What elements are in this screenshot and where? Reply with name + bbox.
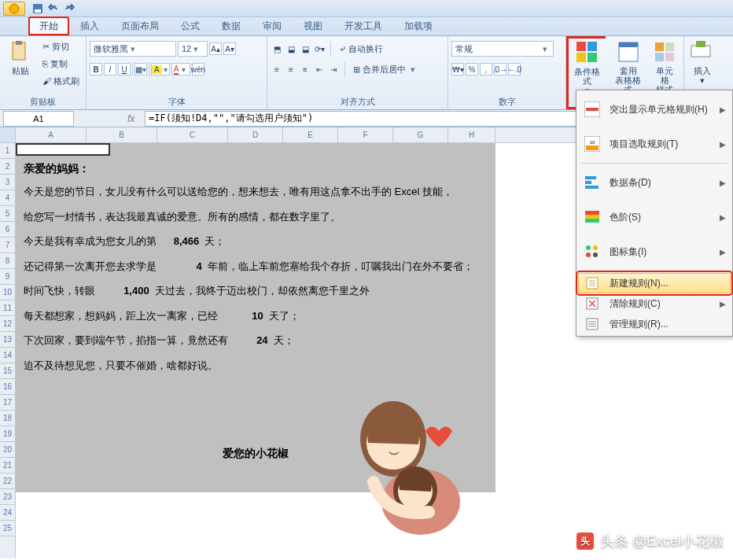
row-header[interactable]: 18 xyxy=(0,411,15,426)
group-title-clipboard: 剪贴板 xyxy=(3,94,83,109)
col-header[interactable]: E xyxy=(283,127,338,142)
align-middle-icon[interactable]: ⬓ xyxy=(285,42,297,55)
menu-manage-rules[interactable]: 管理规则(R)... xyxy=(578,314,731,334)
menu-icon-sets[interactable]: 图标集(I)▶ xyxy=(578,234,731,269)
font-family-select[interactable]: 微软雅黑▾ xyxy=(90,41,176,57)
save-icon[interactable] xyxy=(31,2,44,15)
clear-rules-icon xyxy=(583,297,602,310)
menu-new-rule[interactable]: 新建规则(N)... xyxy=(578,273,731,293)
inc-decimal-icon[interactable]: .0→ xyxy=(494,63,506,76)
menu-top-rules[interactable]: 10项目选取规则(T)▶ xyxy=(578,127,731,161)
tab-view[interactable]: 视图 xyxy=(293,17,333,35)
align-bottom-icon[interactable]: ⬓ xyxy=(299,42,311,55)
redo-icon[interactable] xyxy=(63,2,76,15)
row-header[interactable]: 6 xyxy=(0,222,15,238)
percent-icon[interactable]: % xyxy=(466,63,478,76)
name-box[interactable]: A1 xyxy=(3,111,74,127)
tab-review[interactable]: 审阅 xyxy=(252,17,293,35)
menu-color-scales[interactable]: 色阶(S)▶ xyxy=(578,200,731,234)
row-header[interactable]: 23 xyxy=(0,489,15,505)
menu-data-bars[interactable]: 数据条(D)▶ xyxy=(578,165,731,200)
tab-dev[interactable]: 开发工具 xyxy=(333,17,393,35)
row-header[interactable]: 14 xyxy=(0,348,15,363)
col-header[interactable]: D xyxy=(228,127,283,142)
dec-decimal-icon[interactable]: ←.0 xyxy=(508,63,521,76)
row-header[interactable]: 1 xyxy=(0,143,15,159)
row-header[interactable]: 9 xyxy=(0,269,15,285)
shrink-font-icon[interactable]: A▾ xyxy=(223,42,236,55)
merge-center-button[interactable]: ⊞合并后居中▾ xyxy=(350,61,421,78)
row-header[interactable]: 20 xyxy=(0,442,15,458)
col-header[interactable]: F xyxy=(338,127,393,142)
border-button[interactable]: ▦▾ xyxy=(134,63,147,76)
fx-icon[interactable]: fx xyxy=(127,113,140,124)
row-header[interactable]: 3 xyxy=(0,175,15,190)
col-header[interactable]: B xyxy=(87,127,157,142)
row-header[interactable]: 15 xyxy=(0,363,15,379)
orientation-icon[interactable]: ⟳▾ xyxy=(313,42,326,55)
row-header[interactable]: 13 xyxy=(0,332,15,348)
italic-button[interactable]: I xyxy=(104,63,116,76)
tab-data[interactable]: 数据 xyxy=(211,17,252,35)
row-header[interactable]: 11 xyxy=(0,300,15,316)
select-all-corner[interactable] xyxy=(0,127,15,143)
currency-icon[interactable]: ₩▾ xyxy=(451,63,464,76)
copy-button[interactable]: ⎘复制 xyxy=(39,55,83,72)
row-header[interactable]: 21 xyxy=(0,458,15,473)
font-color-button[interactable]: A▾ xyxy=(171,63,190,76)
font-size-select[interactable]: 12▾ xyxy=(178,41,208,57)
number-format-select[interactable]: 常规▾ xyxy=(451,41,554,57)
insert-cells-button[interactable]: 插入▾ xyxy=(687,38,717,87)
svg-rect-2 xyxy=(35,9,41,13)
col-header[interactable]: G xyxy=(393,127,448,142)
tab-addin[interactable]: 加载项 xyxy=(393,17,444,35)
cell-a1-active[interactable] xyxy=(16,143,110,156)
row-header[interactable]: 5 xyxy=(0,206,15,222)
table-format-button[interactable]: 套用 表格格式 xyxy=(609,38,647,96)
tab-home[interactable]: 开始 xyxy=(28,17,69,35)
cut-button[interactable]: ✂剪切 xyxy=(39,38,83,55)
align-right-icon[interactable]: ≡ xyxy=(299,63,311,76)
menu-clear-rules[interactable]: 清除规则(C)▶ xyxy=(578,293,731,314)
row-header[interactable]: 17 xyxy=(0,395,15,411)
col-header[interactable]: A xyxy=(16,127,87,142)
align-top-icon[interactable]: ⬒ xyxy=(271,42,283,55)
col-header[interactable]: H xyxy=(448,127,495,142)
phonetic-button[interactable]: wén xyxy=(192,63,204,76)
row-header[interactable]: 19 xyxy=(0,426,15,442)
row-header[interactable]: 2 xyxy=(0,159,15,175)
tab-insert[interactable]: 插入 xyxy=(69,17,110,35)
row-header[interactable]: 7 xyxy=(0,238,15,253)
bold-button[interactable]: B xyxy=(90,63,102,76)
tab-formulas[interactable]: 公式 xyxy=(170,17,211,35)
menu-highlight-rules[interactable]: 突出显示单元格规则(H)▶ xyxy=(578,92,731,127)
row-header[interactable]: 24 xyxy=(0,505,15,521)
paste-button[interactable]: 粘贴 xyxy=(3,38,38,77)
col-header[interactable]: C xyxy=(157,127,228,142)
cell-style-button[interactable]: 单元格 样式 xyxy=(649,38,680,96)
row-header[interactable]: 16 xyxy=(0,379,15,395)
row-header[interactable]: 25 xyxy=(0,521,15,536)
row-header[interactable]: 8 xyxy=(0,253,15,269)
svg-rect-4 xyxy=(16,41,22,45)
tab-layout[interactable]: 页面布局 xyxy=(110,17,170,35)
office-button[interactable] xyxy=(3,2,25,16)
grow-font-icon[interactable]: A▴ xyxy=(209,42,222,55)
conditional-format-button[interactable]: 条件格式▾ xyxy=(569,39,606,97)
underline-button[interactable]: U xyxy=(118,63,131,76)
indent-dec-icon[interactable]: ⇤ xyxy=(313,63,326,76)
indent-inc-icon[interactable]: ⇥ xyxy=(327,63,340,76)
row-header[interactable]: 10 xyxy=(0,285,15,300)
row-header[interactable]: 12 xyxy=(0,316,15,332)
row-header[interactable]: 22 xyxy=(0,473,15,489)
undo-icon[interactable] xyxy=(47,2,60,15)
align-center-icon[interactable]: ≡ xyxy=(285,63,297,76)
wrap-text-button[interactable]: ⤶自动换行 xyxy=(336,40,386,57)
comma-icon[interactable]: , xyxy=(480,63,492,76)
fill-color-button[interactable]: A▾ xyxy=(151,63,170,76)
highlight-cells-icon xyxy=(583,101,602,117)
align-left-icon[interactable]: ≡ xyxy=(271,63,283,76)
row-header[interactable]: 4 xyxy=(0,190,15,206)
format-painter-button[interactable]: 🖌格式刷 xyxy=(39,72,83,90)
svg-point-0 xyxy=(9,4,19,13)
